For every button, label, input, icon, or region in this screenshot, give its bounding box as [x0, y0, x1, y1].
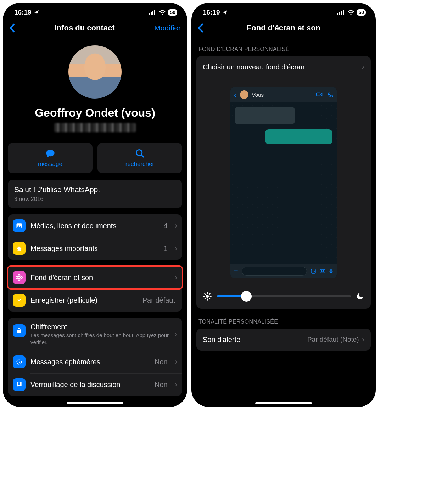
home-indicator[interactable]: [255, 402, 312, 404]
plus-icon: +: [234, 267, 238, 275]
avatar: [240, 90, 248, 99]
search-icon: [135, 148, 145, 158]
chevron-right-icon: ›: [175, 380, 177, 389]
svg-point-24: [206, 295, 209, 298]
preview-header: ‹ Vous: [230, 87, 337, 102]
download-icon: [13, 294, 26, 307]
back-button[interactable]: [9, 23, 15, 33]
brightness-slider[interactable]: [217, 295, 351, 297]
encryption-row[interactable]: Chiffrement Les messages sont chiffrés d…: [8, 318, 182, 351]
battery-indicator: 50: [168, 9, 177, 16]
section-header-tone: TONALITÉ PERSONNALISÉE: [191, 309, 376, 329]
search-button[interactable]: rechercher: [97, 143, 182, 173]
back-button[interactable]: [198, 23, 203, 33]
preview-contact-name: Vous: [252, 92, 313, 98]
row-label: Chiffrement: [30, 323, 170, 331]
message-input-placeholder: [242, 267, 307, 276]
security-group: Chiffrement Les messages sont chiffrés d…: [8, 318, 182, 396]
save-to-camera-roll-row[interactable]: Enregistrer (pellicule) Par défaut: [8, 289, 182, 312]
row-label: Messages éphémères: [30, 358, 150, 366]
chevron-right-icon: ›: [175, 244, 177, 253]
chevron-right-icon: ›: [175, 221, 177, 230]
chat-preview: ‹ Vous +: [230, 87, 337, 278]
edit-button[interactable]: Modifier: [154, 24, 181, 32]
wifi-icon: [159, 10, 166, 15]
chevron-right-icon: ›: [175, 357, 177, 366]
status-bar: 16:19 50: [3, 3, 187, 18]
disappearing-messages-row[interactable]: Messages éphémères Non ›: [8, 351, 182, 373]
svg-rect-1: [151, 12, 152, 15]
svg-point-7: [18, 276, 20, 279]
row-label: Verrouillage de la discussion: [30, 381, 150, 389]
about-text: Salut ! J'utilise WhatsApp.: [14, 185, 176, 194]
wallpaper-preview: ‹ Vous +: [196, 78, 371, 285]
row-value: Par défaut (Note): [307, 336, 359, 343]
slider-thumb[interactable]: [241, 291, 252, 302]
chat-bubble-icon: [45, 148, 56, 158]
wallpaper-card: Choisir un nouveau fond d'écran › ‹ Vous: [196, 56, 371, 309]
chat-lock-row[interactable]: Verrouillage de la discussion Non ›: [8, 373, 182, 396]
svg-rect-3: [154, 10, 155, 15]
message-button[interactable]: message: [8, 143, 93, 173]
search-button-label: rechercher: [125, 161, 154, 168]
wallpaper-group: Fond d'écran et son › Enregistrer (pelli…: [8, 266, 182, 312]
sticker-icon: [310, 268, 316, 274]
contact-header: Geoffroy Ondet (vous): [8, 45, 182, 132]
media-links-docs-row[interactable]: Médias, liens et documents 4 ›: [8, 214, 182, 237]
svg-point-6: [18, 225, 19, 226]
svg-point-10: [16, 276, 18, 279]
avatar[interactable]: [68, 45, 122, 99]
section-header-wallpaper: FOND D'ÉCRAN PERSONNALISÉ: [191, 36, 376, 56]
cellular-signal-icon: [149, 10, 157, 15]
preview-body: [230, 102, 337, 264]
svg-rect-18: [343, 10, 344, 15]
row-value: Par défaut: [142, 296, 175, 304]
svg-rect-0: [149, 13, 150, 15]
chevron-right-icon: ›: [362, 335, 364, 344]
svg-rect-19: [317, 93, 320, 96]
cellular-signal-icon: [337, 10, 345, 15]
svg-rect-14: [18, 383, 20, 385]
phone-icon: [327, 92, 333, 97]
svg-rect-17: [341, 11, 342, 15]
wallpaper-sound-row[interactable]: Fond d'écran et son ›: [8, 266, 182, 289]
about-card[interactable]: Salut ! J'utilise WhatsApp. 3 nov. 2016: [8, 180, 182, 208]
media-count: 4: [164, 222, 168, 230]
location-icon: [222, 10, 228, 15]
contact-phone-number: [54, 123, 136, 132]
star-icon: [13, 242, 26, 255]
row-value: Non: [155, 358, 168, 366]
chevron-right-icon: ›: [175, 273, 177, 282]
sun-icon: [203, 292, 212, 301]
phone-screen-contact-info: 16:19 50 Infos du contact Modifier Geoff…: [3, 3, 187, 407]
preview-input-bar: +: [230, 264, 337, 278]
home-indicator[interactable]: [67, 402, 123, 404]
photo-icon: [13, 219, 26, 232]
svg-rect-23: [330, 269, 332, 271]
svg-rect-20: [311, 269, 315, 273]
navigation-bar: Infos du contact Modifier: [3, 18, 187, 36]
status-time: 16:19: [203, 9, 220, 16]
alert-sound-row[interactable]: Son d'alerte Par défaut (Note) ›: [196, 329, 371, 351]
battery-indicator: 50: [357, 9, 366, 16]
status-time: 16:19: [14, 9, 32, 16]
timer-icon: [13, 355, 26, 368]
status-bar: 16:19 50: [191, 3, 376, 18]
media-group: Médias, liens et documents 4 › Messages …: [8, 214, 182, 260]
chat-lock-icon: [13, 378, 26, 391]
outgoing-message-bubble: [265, 129, 332, 144]
video-call-icon: [316, 92, 323, 97]
choose-wallpaper-row[interactable]: Choisir un nouveau fond d'écran ›: [196, 56, 371, 78]
starred-messages-row[interactable]: Messages importants 1 ›: [8, 237, 182, 260]
contact-name: Geoffroy Ondet (vous): [35, 106, 155, 119]
svg-rect-12: [17, 330, 21, 333]
navigation-bar: Fond d'écran et son: [191, 18, 376, 36]
row-label: Son d'alerte: [203, 336, 240, 344]
chevron-left-icon: ‹: [234, 91, 236, 99]
row-label: Médias, liens et documents: [30, 222, 159, 230]
message-button-label: message: [38, 161, 62, 168]
brightness-slider-row: [196, 285, 371, 309]
svg-rect-2: [152, 11, 153, 15]
wifi-icon: [347, 10, 354, 15]
row-label: Messages importants: [30, 245, 159, 253]
